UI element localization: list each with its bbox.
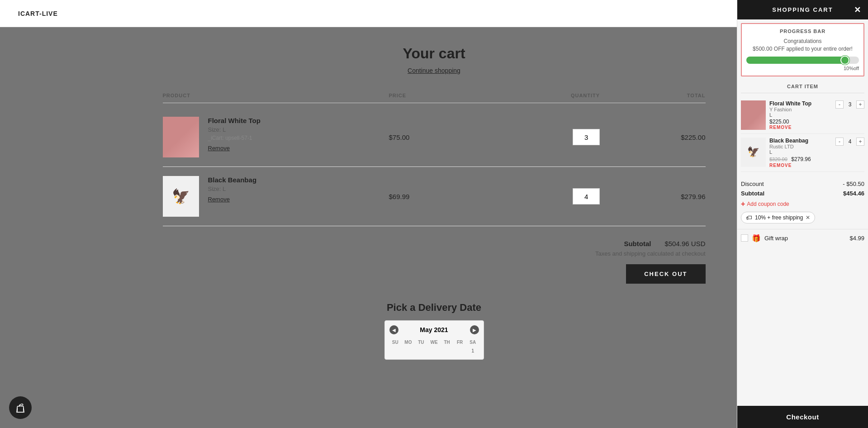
coupon-tag: 🏷 10% + free shipping ✕: [741, 212, 815, 224]
cal-day: [428, 347, 440, 355]
delivery-section: Pick a Delivery Date ◀ May 2021 ▶ SU MO …: [163, 302, 706, 360]
side-cart-brand-2: Rustic LTD: [769, 144, 832, 149]
side-cart-image-1: [741, 100, 766, 130]
item-name-2: Black Beanbag: [208, 176, 257, 184]
cal-day-1[interactable]: 1: [467, 347, 479, 355]
tag-icon: 🏷: [746, 214, 752, 221]
item-total-1: $225.00: [600, 133, 705, 141]
cal-label-sa: SA: [467, 339, 479, 346]
cal-label-mo: MO: [402, 339, 414, 346]
side-cart-new-price-2: $279.96: [791, 156, 811, 162]
item-remove-1[interactable]: Remove: [208, 145, 261, 152]
side-cart-price-1: $225.00: [769, 119, 832, 125]
table-row: 🦅 Black Beanbag Size: L Remove $69.99 $2…: [163, 167, 706, 226]
col-quantity: QUANTITY: [494, 93, 600, 98]
congrats-line2: $500.00 OFF applied to your entire order…: [746, 45, 859, 53]
coupon-tag-container: 🏷 10% + free shipping ✕: [741, 210, 864, 224]
congrats-line1: Congratulations: [746, 38, 859, 45]
gift-wrap-checkbox[interactable]: [741, 234, 748, 242]
continue-shopping-container: Continue shopping: [163, 67, 706, 75]
cart-items-section: CART ITEM Floral White Top Y Fashion L $…: [741, 80, 864, 172]
discount-label: Discount: [741, 181, 764, 187]
subtotal-label: Subtotal: [624, 240, 651, 247]
add-coupon[interactable]: + Add coupon code: [741, 198, 864, 210]
item-price-2: $69.99: [389, 193, 494, 200]
calendar-days-header: SU MO TU WE TH FR SA 1: [389, 339, 479, 355]
cart-panel-close[interactable]: ✕: [854, 5, 862, 15]
svg-rect-0: [17, 406, 23, 412]
cart-table-header: PRODUCT PRICE QUANTITY TOTAL: [163, 88, 706, 103]
progress-congrats: Congratulations $500.00 OFF applied to y…: [746, 38, 859, 53]
side-qty-plus-2[interactable]: +: [856, 138, 864, 146]
discount-row: Discount - $50.50: [741, 179, 864, 189]
cart-checkout-button[interactable]: Checkout: [737, 406, 868, 428]
cal-label-fr: FR: [454, 339, 466, 346]
cal-day: [402, 347, 414, 355]
side-cart-old-price-2: $320.00: [769, 157, 787, 162]
cart-item-info-1: Floral White Top Size: L _iCart: upsell-…: [163, 117, 389, 157]
cart-footer: Subtotal $504.96 USD Taxes and shipping …: [163, 240, 706, 284]
cal-day: [389, 347, 402, 355]
progress-bar-section: Progress bar Congratulations $500.00 OFF…: [741, 23, 864, 76]
calendar-next[interactable]: ▶: [470, 325, 479, 334]
progress-percent: 10%off: [746, 66, 859, 71]
item-remove-2[interactable]: Remove: [208, 196, 257, 203]
side-qty-control-2: - 4 +: [835, 138, 864, 146]
coupon-tag-remove[interactable]: ✕: [806, 214, 810, 221]
item-price-1: $75.00: [389, 133, 494, 141]
side-qty-plus-1[interactable]: +: [856, 100, 864, 109]
continue-shopping-link[interactable]: Continue shopping: [408, 67, 460, 74]
item-name-1: Floral White Top: [208, 117, 261, 124]
cal-label-tu: TU: [415, 339, 427, 346]
checkout-button[interactable]: CHECK OUT: [626, 264, 705, 284]
side-cart-name-2: Black Beanbag: [769, 138, 832, 144]
cal-day: [454, 347, 466, 355]
progress-bar-track: [746, 57, 859, 64]
side-qty-minus-1[interactable]: -: [835, 100, 844, 109]
table-row: Floral White Top Size: L _iCart: upsell-…: [163, 108, 706, 167]
qty-input-1[interactable]: [573, 129, 600, 145]
progress-bar-fill: [746, 57, 848, 64]
item-qty-2: [494, 188, 600, 204]
side-cart-image-2: 🦅: [741, 138, 766, 167]
cart-item-image-2: 🦅: [163, 176, 199, 217]
side-cart-size-2: L: [769, 149, 832, 155]
side-qty-minus-2[interactable]: -: [835, 138, 844, 146]
side-qty-control-1: - 3 +: [835, 100, 864, 109]
side-qty-num-1: 3: [845, 101, 854, 108]
item-icart-1: _iCart: upsell-57-1: [208, 135, 261, 141]
calendar-prev[interactable]: ◀: [389, 325, 398, 334]
item-qty-1: [494, 129, 600, 145]
subtotal-note: Taxes and shipping calculated at checkou…: [595, 250, 706, 257]
cart-item-details-2: Black Beanbag Size: L Remove: [208, 176, 257, 203]
col-price: PRICE: [389, 93, 494, 98]
list-item: Floral White Top Y Fashion L $225.00 REM…: [741, 97, 864, 134]
calendar-month: May 2021: [420, 326, 448, 333]
subtotal-value: $504.96 USD: [664, 240, 705, 247]
qty-input-2[interactable]: [573, 188, 600, 204]
side-subtotal-row: Subtotal $454.46: [741, 189, 864, 198]
cart-table: PRODUCT PRICE QUANTITY TOTAL Floral Whit…: [163, 88, 706, 226]
cart-item-details-1: Floral White Top Size: L _iCart: upsell-…: [208, 117, 261, 152]
gift-wrap-row: 🎁 Gift wrap $4.99: [737, 229, 868, 247]
side-cart-details-2: Black Beanbag Rustic LTD L $320.00 $279.…: [769, 138, 832, 168]
list-item: 🦅 Black Beanbag Rustic LTD L $320.00 $27…: [741, 134, 864, 172]
plus-icon: +: [741, 200, 745, 208]
cal-day: [415, 347, 427, 355]
cart-item-image-1: [163, 117, 199, 157]
side-subtotal-label: Subtotal: [741, 190, 764, 197]
side-cart-brand-1: Y Fashion: [769, 107, 832, 112]
col-total: TOTAL: [600, 93, 705, 98]
side-cart-remove-2[interactable]: REMOVE: [769, 163, 832, 168]
cart-items-title: CART ITEM: [741, 80, 864, 93]
cal-label-th: TH: [441, 339, 453, 346]
discount-value: - $50.50: [843, 181, 864, 187]
side-cart-remove-1[interactable]: REMOVE: [769, 125, 832, 130]
progress-bar-title: Progress bar: [746, 29, 859, 34]
cart-panel-header: SHOPPING CART ✕: [737, 0, 868, 19]
coupon-tag-label: 10% + free shipping: [755, 214, 803, 221]
gift-wrap-price: $4.99: [849, 235, 864, 242]
shopify-icon[interactable]: [9, 396, 32, 419]
subtotal-row: Subtotal $504.96 USD: [624, 240, 705, 247]
cal-label-we: WE: [428, 339, 440, 346]
